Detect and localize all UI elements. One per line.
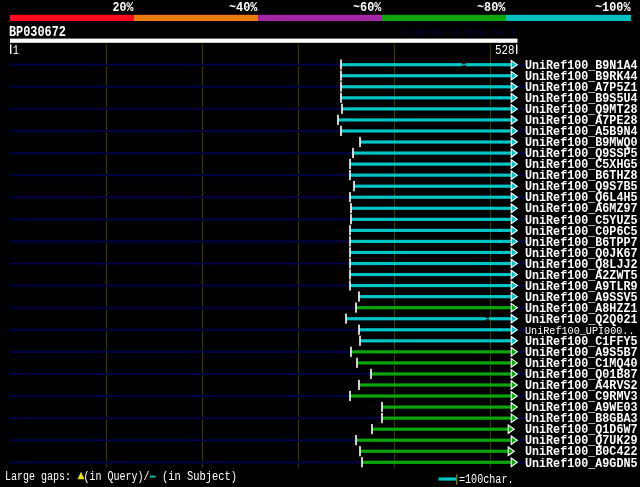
svg-text:~40%: ~40% <box>229 1 258 15</box>
svg-text:~100%: ~100% <box>595 1 631 15</box>
svg-text:BP030672: BP030672 <box>9 24 66 40</box>
svg-text:=100char.: =100char. <box>459 473 514 487</box>
svg-text:AlignView.pm Beta rel.7: AlignView.pm Beta rel.7 <box>400 28 516 38</box>
svg-text:20%: 20% <box>113 1 135 15</box>
svg-text:Large gaps:: Large gaps: <box>5 470 71 484</box>
svg-text:~60%: ~60% <box>353 1 382 15</box>
svg-text:(in Subject): (in Subject) <box>162 470 237 484</box>
svg-text:~80%: ~80% <box>477 1 506 15</box>
svg-text:UniRef100_A9GDN5: UniRef100_A9GDN5 <box>525 457 638 471</box>
svg-text:528: 528 <box>495 44 515 58</box>
svg-text:(in Query)/: (in Query)/ <box>84 470 150 484</box>
svg-text:1: 1 <box>13 44 19 58</box>
